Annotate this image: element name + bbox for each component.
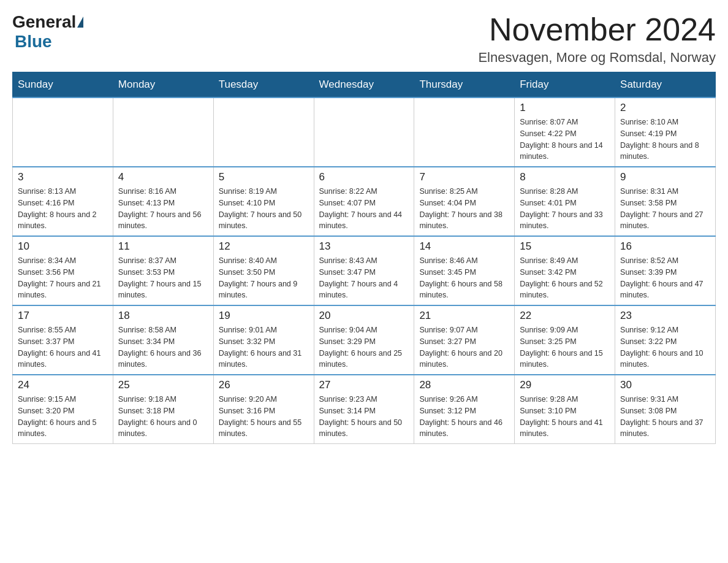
title-area: November 2024 Elnesvagen, More og Romsda…	[478, 12, 716, 66]
header-monday: Monday	[113, 72, 213, 98]
calendar-table: Sunday Monday Tuesday Wednesday Thursday…	[12, 72, 716, 444]
day-number: 20	[319, 310, 409, 322]
day-info: Sunrise: 8:37 AMSunset: 3:53 PMDaylight:…	[118, 255, 208, 301]
day-number: 13	[319, 240, 409, 253]
day-info: Sunrise: 9:04 AMSunset: 3:29 PMDaylight:…	[319, 324, 409, 370]
day-info: Sunrise: 8:22 AMSunset: 4:07 PMDaylight:…	[319, 186, 409, 232]
calendar-week-row: 1Sunrise: 8:07 AMSunset: 4:22 PMDaylight…	[13, 98, 716, 167]
calendar-day-cell: 13Sunrise: 8:43 AMSunset: 3:47 PMDayligh…	[314, 236, 414, 305]
day-info: Sunrise: 9:26 AMSunset: 3:12 PMDaylight:…	[419, 394, 509, 440]
calendar-day-cell: 11Sunrise: 8:37 AMSunset: 3:53 PMDayligh…	[113, 236, 213, 305]
calendar-day-cell: 28Sunrise: 9:26 AMSunset: 3:12 PMDayligh…	[414, 375, 515, 444]
logo-general-text: General	[12, 12, 76, 32]
calendar-day-cell: 19Sunrise: 9:01 AMSunset: 3:32 PMDayligh…	[213, 305, 314, 375]
day-info: Sunrise: 8:28 AMSunset: 4:01 PMDaylight:…	[520, 186, 610, 232]
month-year-title: November 2024	[478, 12, 716, 47]
day-info: Sunrise: 9:15 AMSunset: 3:20 PMDaylight:…	[18, 394, 108, 440]
calendar-day-cell: 29Sunrise: 9:28 AMSunset: 3:10 PMDayligh…	[515, 375, 615, 444]
calendar-day-cell: 23Sunrise: 9:12 AMSunset: 3:22 PMDayligh…	[615, 305, 716, 375]
day-info: Sunrise: 9:31 AMSunset: 3:08 PMDaylight:…	[620, 394, 710, 440]
day-info: Sunrise: 8:19 AMSunset: 4:10 PMDaylight:…	[219, 186, 309, 232]
calendar-day-cell: 21Sunrise: 9:07 AMSunset: 3:27 PMDayligh…	[414, 305, 515, 375]
day-number: 8	[520, 171, 610, 183]
calendar-day-cell: 26Sunrise: 9:20 AMSunset: 3:16 PMDayligh…	[213, 375, 314, 444]
day-number: 23	[620, 310, 710, 322]
day-number: 12	[219, 240, 309, 253]
day-info: Sunrise: 8:16 AMSunset: 4:13 PMDaylight:…	[118, 186, 208, 232]
day-info: Sunrise: 8:13 AMSunset: 4:16 PMDaylight:…	[18, 186, 108, 232]
calendar-day-cell: 30Sunrise: 9:31 AMSunset: 3:08 PMDayligh…	[615, 375, 716, 444]
calendar-day-cell: 7Sunrise: 8:25 AMSunset: 4:04 PMDaylight…	[414, 167, 515, 236]
day-number: 1	[520, 102, 610, 114]
day-info: Sunrise: 9:18 AMSunset: 3:18 PMDaylight:…	[118, 394, 208, 440]
day-number: 4	[118, 171, 208, 183]
calendar-day-cell: 15Sunrise: 8:49 AMSunset: 3:42 PMDayligh…	[515, 236, 615, 305]
calendar-week-row: 24Sunrise: 9:15 AMSunset: 3:20 PMDayligh…	[13, 375, 716, 444]
calendar-day-cell	[213, 98, 314, 167]
day-number: 11	[118, 240, 208, 253]
day-info: Sunrise: 9:01 AMSunset: 3:32 PMDaylight:…	[219, 324, 309, 370]
day-number: 26	[219, 379, 309, 391]
calendar-day-cell: 12Sunrise: 8:40 AMSunset: 3:50 PMDayligh…	[213, 236, 314, 305]
day-info: Sunrise: 8:49 AMSunset: 3:42 PMDaylight:…	[520, 255, 610, 301]
day-number: 22	[520, 310, 610, 322]
day-number: 15	[520, 240, 610, 253]
calendar-day-cell: 22Sunrise: 9:09 AMSunset: 3:25 PMDayligh…	[515, 305, 615, 375]
day-number: 24	[18, 379, 108, 391]
calendar-day-cell: 27Sunrise: 9:23 AMSunset: 3:14 PMDayligh…	[314, 375, 414, 444]
day-info: Sunrise: 9:12 AMSunset: 3:22 PMDaylight:…	[620, 324, 710, 370]
day-number: 18	[118, 310, 208, 322]
calendar-day-cell: 20Sunrise: 9:04 AMSunset: 3:29 PMDayligh…	[314, 305, 414, 375]
calendar-day-cell	[414, 98, 515, 167]
day-number: 17	[18, 310, 108, 322]
calendar-day-cell	[314, 98, 414, 167]
day-number: 21	[419, 310, 509, 322]
header-sunday: Sunday	[13, 72, 113, 98]
day-info: Sunrise: 8:34 AMSunset: 3:56 PMDaylight:…	[18, 255, 108, 301]
day-number: 29	[520, 379, 610, 391]
location-subtitle: Elnesvagen, More og Romsdal, Norway	[478, 50, 716, 66]
day-number: 25	[118, 379, 208, 391]
logo-triangle-icon	[77, 17, 83, 28]
day-info: Sunrise: 8:43 AMSunset: 3:47 PMDaylight:…	[319, 255, 409, 301]
day-number: 6	[319, 171, 409, 183]
day-info: Sunrise: 8:46 AMSunset: 3:45 PMDaylight:…	[419, 255, 509, 301]
calendar-day-cell: 25Sunrise: 9:18 AMSunset: 3:18 PMDayligh…	[113, 375, 213, 444]
day-info: Sunrise: 8:58 AMSunset: 3:34 PMDaylight:…	[118, 324, 208, 370]
day-number: 28	[419, 379, 509, 391]
calendar-day-cell: 16Sunrise: 8:52 AMSunset: 3:39 PMDayligh…	[615, 236, 716, 305]
logo-blue-text: Blue	[15, 32, 52, 51]
day-info: Sunrise: 8:40 AMSunset: 3:50 PMDaylight:…	[219, 255, 309, 301]
day-info: Sunrise: 8:52 AMSunset: 3:39 PMDaylight:…	[620, 255, 710, 301]
day-info: Sunrise: 9:09 AMSunset: 3:25 PMDaylight:…	[520, 324, 610, 370]
calendar-day-cell: 1Sunrise: 8:07 AMSunset: 4:22 PMDaylight…	[515, 98, 615, 167]
day-number: 14	[419, 240, 509, 253]
day-info: Sunrise: 9:23 AMSunset: 3:14 PMDaylight:…	[319, 394, 409, 440]
day-info: Sunrise: 8:31 AMSunset: 3:58 PMDaylight:…	[620, 186, 710, 232]
day-info: Sunrise: 8:55 AMSunset: 3:37 PMDaylight:…	[18, 324, 108, 370]
day-number: 30	[620, 379, 710, 391]
logo: General Blue	[12, 12, 85, 52]
day-number: 9	[620, 171, 710, 183]
day-number: 3	[18, 171, 108, 183]
header-friday: Friday	[515, 72, 615, 98]
header-wednesday: Wednesday	[314, 72, 414, 98]
day-info: Sunrise: 8:10 AMSunset: 4:19 PMDaylight:…	[620, 117, 710, 163]
calendar-day-cell: 6Sunrise: 8:22 AMSunset: 4:07 PMDaylight…	[314, 167, 414, 236]
day-number: 27	[319, 379, 409, 391]
page-header: General Blue November 2024 Elnesvagen, M…	[12, 12, 716, 66]
day-info: Sunrise: 9:07 AMSunset: 3:27 PMDaylight:…	[419, 324, 509, 370]
calendar-day-cell	[13, 98, 113, 167]
calendar-week-row: 3Sunrise: 8:13 AMSunset: 4:16 PMDaylight…	[13, 167, 716, 236]
day-number: 10	[18, 240, 108, 253]
calendar-day-cell: 2Sunrise: 8:10 AMSunset: 4:19 PMDaylight…	[615, 98, 716, 167]
day-number: 2	[620, 102, 710, 114]
day-number: 7	[419, 171, 509, 183]
calendar-day-cell: 17Sunrise: 8:55 AMSunset: 3:37 PMDayligh…	[13, 305, 113, 375]
calendar-day-cell: 4Sunrise: 8:16 AMSunset: 4:13 PMDaylight…	[113, 167, 213, 236]
header-thursday: Thursday	[414, 72, 515, 98]
header-tuesday: Tuesday	[213, 72, 314, 98]
calendar-week-row: 10Sunrise: 8:34 AMSunset: 3:56 PMDayligh…	[13, 236, 716, 305]
calendar-day-cell: 9Sunrise: 8:31 AMSunset: 3:58 PMDaylight…	[615, 167, 716, 236]
calendar-day-cell: 14Sunrise: 8:46 AMSunset: 3:45 PMDayligh…	[414, 236, 515, 305]
